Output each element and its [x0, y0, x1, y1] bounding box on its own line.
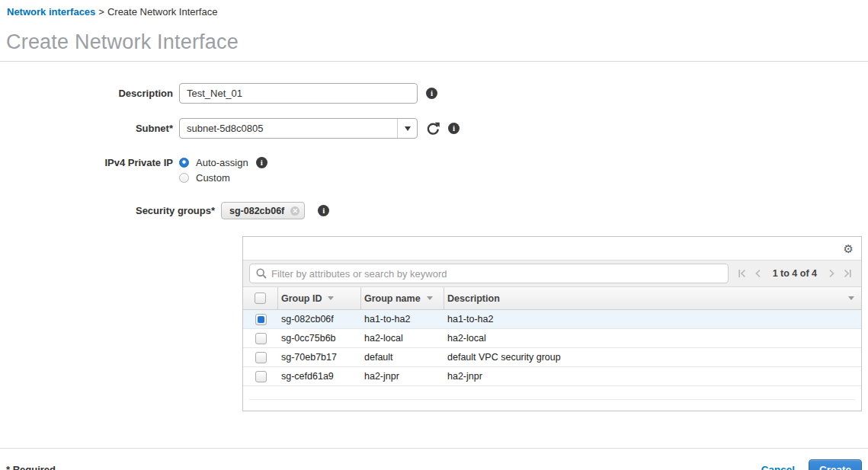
radio-auto-assign[interactable] [179, 158, 189, 168]
security-group-tag-label: sg-082cb06f [229, 206, 284, 216]
filter-input[interactable] [271, 268, 722, 280]
security-groups-label: Security groups* [0, 202, 221, 216]
row-checkbox-cell [243, 314, 278, 325]
subnet-select[interactable]: subnet-5d8c0805 [179, 118, 418, 139]
sort-arrow-icon[interactable] [328, 296, 334, 300]
table-toolbar: 1 to 4 of 4 [243, 260, 861, 286]
description-row: Description i [0, 83, 868, 104]
column-menu-cell [841, 287, 861, 309]
row-checkbox[interactable] [255, 314, 267, 325]
radio-custom[interactable] [179, 173, 189, 183]
cell-description: ha2-local [444, 333, 861, 344]
breadcrumb: Network interfaces>Create Network Interf… [0, 0, 868, 18]
panel-top-strip: ⚙ [243, 237, 861, 260]
cell-group-name: ha1-to-ha2 [361, 314, 444, 325]
title-divider [0, 61, 868, 62]
cancel-button[interactable]: Cancel [761, 464, 795, 470]
footer-bar: * Required Cancel Create [0, 449, 868, 470]
cell-description: default VPC security group [444, 352, 861, 363]
security-group-tag[interactable]: sg-082cb06f ✕ [221, 202, 305, 219]
security-groups-panel: ⚙ 1 to 4 of 4 Group [242, 236, 862, 411]
create-network-interface-form: Description i Subnet* subnet-5d8c0805 i … [0, 83, 868, 219]
select-all-checkbox[interactable] [255, 293, 266, 304]
create-button[interactable]: Create [809, 459, 862, 470]
info-icon[interactable]: i [318, 205, 329, 216]
refresh-icon[interactable] [426, 122, 440, 136]
cell-description: ha2-jnpr [444, 371, 861, 382]
subnet-selected-value: subnet-5d8c0805 [180, 123, 397, 134]
last-page-icon[interactable] [843, 269, 852, 278]
cell-group-id: sg-082cb06f [278, 314, 361, 325]
ipv4-option-custom: Custom [179, 171, 267, 184]
security-groups-row: Security groups* sg-082cb06f ✕ i [0, 202, 868, 219]
cell-group-name: ha2-local [361, 333, 444, 344]
table-header: Group ID Group name Description [243, 286, 861, 310]
ipv4-private-ip-label: IPv4 Private IP [0, 155, 179, 168]
row-checkbox-cell [243, 333, 278, 344]
row-checkbox[interactable] [255, 371, 267, 382]
info-icon[interactable]: i [426, 88, 437, 99]
row-checkbox-cell [243, 371, 278, 382]
cell-group-id: sg-cefd61a9 [278, 371, 361, 382]
breadcrumb-current: Create Network Interface [107, 6, 218, 18]
security-groups-table-body: sg-082cb06f ha1-to-ha2 ha1-to-ha2 sg-0cc… [243, 310, 861, 386]
table-row[interactable]: sg-cefd61a9 ha2-jnpr ha2-jnpr [243, 367, 861, 386]
search-icon [256, 268, 267, 279]
first-page-icon[interactable] [738, 269, 747, 278]
next-page-icon[interactable] [827, 269, 836, 278]
cell-group-id: sg-70eb7b17 [278, 352, 361, 363]
cell-group-name: ha2-jnpr [361, 371, 444, 382]
subnet-row: Subnet* subnet-5d8c0805 i [0, 118, 868, 139]
breadcrumb-link-network-interfaces[interactable]: Network interfaces [7, 6, 95, 18]
required-note: * Required [6, 464, 56, 470]
pagination: 1 to 4 of 4 [738, 268, 855, 279]
gear-icon[interactable]: ⚙ [844, 243, 854, 254]
subnet-select-caret-zone[interactable] [397, 119, 417, 138]
cell-description: ha1-to-ha2 [444, 314, 861, 325]
page-title: Create Network Interface [6, 30, 868, 54]
select-all-checkbox-cell [243, 287, 278, 309]
row-checkbox-cell [243, 352, 278, 363]
table-row[interactable]: sg-0cc75b6b ha2-local ha2-local [243, 329, 861, 348]
previous-page-icon[interactable] [754, 269, 763, 278]
ipv4-private-ip-row: IPv4 Private IP Auto-assign i Custom [0, 155, 868, 186]
auto-assign-label[interactable]: Auto-assign [196, 157, 248, 168]
info-icon[interactable]: i [448, 123, 460, 134]
close-icon[interactable]: ✕ [290, 206, 299, 216]
cell-group-id: sg-0cc75b6b [278, 333, 361, 344]
row-checkbox[interactable] [255, 352, 267, 363]
column-header-description[interactable]: Description [444, 287, 841, 309]
chevron-down-icon [405, 126, 411, 131]
filter-search-box[interactable] [249, 264, 729, 283]
column-header-group-name[interactable]: Group name [361, 287, 444, 309]
description-input[interactable] [179, 83, 418, 104]
cell-group-name: default [361, 352, 444, 363]
breadcrumb-separator: > [98, 6, 104, 18]
empty-row [249, 386, 855, 400]
sort-arrow-icon[interactable] [427, 296, 433, 300]
info-icon[interactable]: i [256, 157, 267, 168]
custom-label[interactable]: Custom [196, 172, 230, 184]
column-header-group-id[interactable]: Group ID [278, 287, 361, 309]
pagination-range: 1 to 4 of 4 [773, 268, 817, 279]
row-checkbox[interactable] [255, 333, 267, 344]
ipv4-option-auto-assign: Auto-assign i [179, 155, 267, 169]
ipv4-radio-group: Auto-assign i Custom [179, 155, 267, 186]
footer-actions: Cancel Create [761, 459, 862, 470]
subnet-label: Subnet* [0, 118, 179, 134]
column-menu-icon[interactable] [848, 296, 854, 300]
table-row[interactable]: sg-082cb06f ha1-to-ha2 ha1-to-ha2 [243, 310, 861, 329]
table-row[interactable]: sg-70eb7b17 default default VPC security… [243, 348, 861, 367]
description-label: Description [0, 83, 179, 99]
